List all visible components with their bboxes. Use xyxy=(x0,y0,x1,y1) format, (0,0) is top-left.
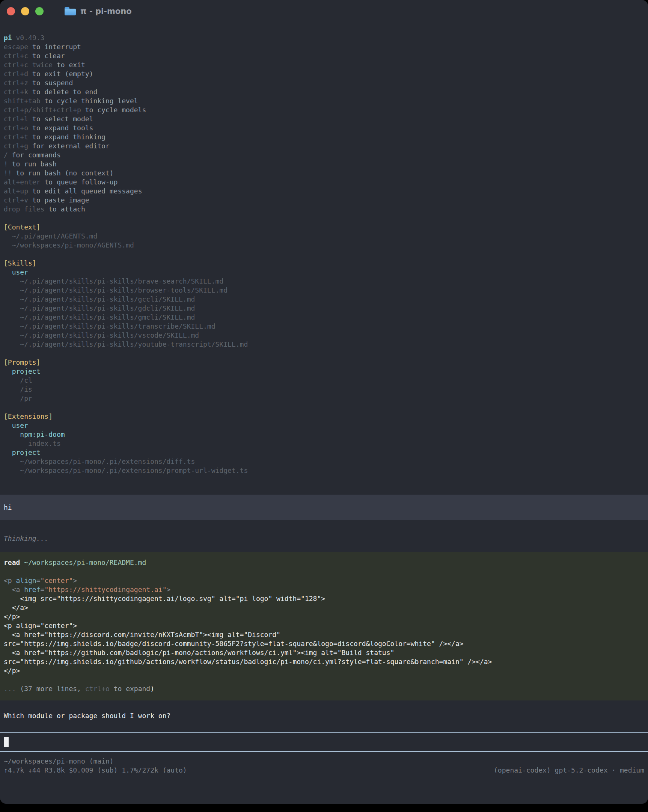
shortcut-row: ! to run bash xyxy=(0,160,648,169)
section-line: ~/workspaces/pi-mono/AGENTS.md xyxy=(0,241,648,250)
section-line: ~/.pi/agent/skills/pi-skills/brave-searc… xyxy=(0,277,648,286)
shortcut-row: alt+up to edit all queued messages xyxy=(0,187,648,196)
shortcut-row: ctrl+p/shift+ctrl+p to cycle models xyxy=(0,105,648,114)
zoom-button[interactable] xyxy=(35,7,44,15)
section-line: /pr xyxy=(0,394,648,403)
code-line: read ~/workspaces/pi-mono/README.md xyxy=(0,558,648,567)
terminal-window: π - pi-mono pi v0.49.3 escape to interru… xyxy=(0,0,648,804)
shortcut-row: ctrl+t to expand thinking xyxy=(0,133,648,142)
shortcut-row: ctrl+o to expand tools xyxy=(0,124,648,133)
titlebar: π - pi-mono xyxy=(0,0,648,23)
section-line: user xyxy=(0,421,648,430)
section-title: [Skills] xyxy=(0,259,648,268)
shortcut-row: alt+enter to queue follow-up xyxy=(0,178,648,187)
code-line: <p align="center"> xyxy=(0,576,648,585)
sections: [Context] ~/.pi/agent/AGENTS.md ~/worksp… xyxy=(0,223,648,475)
minimize-button[interactable] xyxy=(21,7,29,15)
tool-call-lines: read ~/workspaces/pi-mono/README.md <p a… xyxy=(0,558,648,693)
section-extensions: [Extensions] user npm:pi-doom index.ts p… xyxy=(0,412,648,475)
shortcut-row: / for commands xyxy=(0,151,648,160)
shortcut-list: escape to interruptctrl+c to clearctrl+c… xyxy=(0,43,648,214)
section-line: ~/.pi/agent/skills/pi-skills/youtube-tra… xyxy=(0,340,648,349)
section-line: ~/.pi/agent/skills/pi-skills/gmcli/SKILL… xyxy=(0,313,648,322)
section-title: [Context] xyxy=(0,223,648,232)
section-prompts: [Prompts] project /cl /is /pr xyxy=(0,358,648,403)
stats-line: ↑4.7k ↓44 R3.8k $0.009 (sub) 1.7%/272k (… xyxy=(0,766,187,775)
terminal-content: pi v0.49.3 escape to interruptctrl+c to … xyxy=(0,23,648,775)
section-line: /cl xyxy=(0,376,648,385)
shortcut-row: ctrl+k to delete to end xyxy=(0,87,648,96)
shortcut-row: ctrl+z to suspend xyxy=(0,78,648,87)
code-line: src="https://img.shields.io/github/actio… xyxy=(0,657,648,666)
section-title: [Prompts] xyxy=(0,358,648,367)
section-line: /is xyxy=(0,385,648,394)
section-line: index.ts xyxy=(0,439,648,448)
code-line: </p> xyxy=(0,666,648,675)
close-button[interactable] xyxy=(7,7,15,15)
app-version: v0.49.3 xyxy=(16,34,45,42)
section-line: user xyxy=(0,268,648,277)
section-line: ~/.pi/agent/skills/pi-skills/gdcli/SKILL… xyxy=(0,304,648,313)
prompt-input[interactable] xyxy=(0,733,648,752)
assistant-message: Which module or package should I work on… xyxy=(0,711,648,720)
app-version-line: pi v0.49.3 xyxy=(0,34,648,43)
code-line: </a> xyxy=(0,603,648,612)
shortcut-row: ctrl+g for external editor xyxy=(0,142,648,151)
tool-call-block: read ~/workspaces/pi-mono/README.md <p a… xyxy=(0,552,648,701)
section-line: project xyxy=(0,448,648,457)
shortcut-row: ctrl+l to select model xyxy=(0,114,648,124)
shortcut-row: ctrl+d to exit (empty) xyxy=(0,69,648,78)
section-line: ~/.pi/agent/skills/pi-skills/vscode/SKIL… xyxy=(0,331,648,340)
section-line: ~/.pi/agent/skills/pi-skills/transcribe/… xyxy=(0,322,648,331)
code-line: <a href="https://github.com/badlogic/pi-… xyxy=(0,648,648,657)
shortcut-row: drop files to attach xyxy=(0,205,648,214)
model-info: (openai-codex) gpt-5.2-codex · medium xyxy=(490,766,644,775)
section-line: project xyxy=(0,367,648,376)
shortcut-row: escape to interrupt xyxy=(0,43,648,52)
cwd-line: ~/workspaces/pi-mono (main) xyxy=(0,757,648,766)
shortcut-row: ctrl+c twice to exit xyxy=(0,61,648,69)
code-line xyxy=(0,675,648,684)
section-skills: [Skills] user ~/.pi/agent/skills/pi-skil… xyxy=(0,259,648,349)
shortcut-row: ctrl+v to paste image xyxy=(0,196,648,205)
section-context: [Context] ~/.pi/agent/AGENTS.md ~/worksp… xyxy=(0,223,648,250)
shortcut-row: shift+tab to cycle thinking level xyxy=(0,96,648,105)
section-line: ~/.pi/agent/AGENTS.md xyxy=(0,232,648,241)
section-line: ~/workspaces/pi-mono/.pi/extensions/diff… xyxy=(0,457,648,466)
shortcut-row: !! to run bash (no context) xyxy=(0,169,648,178)
section-line: npm:pi-doom xyxy=(0,430,648,439)
code-line: <p align="center"> xyxy=(0,621,648,630)
code-line: <a href="https://shittycodingagent.ai"> xyxy=(0,585,648,594)
section-line: ~/.pi/agent/skills/pi-skills/browser-too… xyxy=(0,286,648,295)
shortcut-row: ctrl+c to clear xyxy=(0,52,648,61)
code-line: <img src="https://shittycodingagent.ai/l… xyxy=(0,594,648,603)
input-cursor xyxy=(4,737,9,747)
section-title: [Extensions] xyxy=(0,412,648,421)
folder-icon xyxy=(65,7,76,15)
section-line: ~/workspaces/pi-mono/.pi/extensions/prom… xyxy=(0,466,648,475)
user-message-panel: hi xyxy=(0,495,648,520)
section-line: ~/.pi/agent/skills/pi-skills/gccli/SKILL… xyxy=(0,295,648,304)
window-title: π - pi-mono xyxy=(80,7,132,16)
thinking-indicator: Thinking... xyxy=(0,534,648,543)
app-name: pi xyxy=(4,34,12,42)
user-message: hi xyxy=(0,503,648,512)
code-line: <a href="https://discord.com/invite/nKXT… xyxy=(0,630,648,639)
footer: ~/workspaces/pi-mono (main) ↑4.7k ↓44 R3… xyxy=(0,757,648,775)
code-line: </p> xyxy=(0,612,648,621)
code-line xyxy=(0,567,648,576)
code-line: src="https://img.shields.io/badge/discor… xyxy=(0,639,648,648)
code-line: ... (37 more lines, ctrl+o to expand) xyxy=(0,684,648,693)
